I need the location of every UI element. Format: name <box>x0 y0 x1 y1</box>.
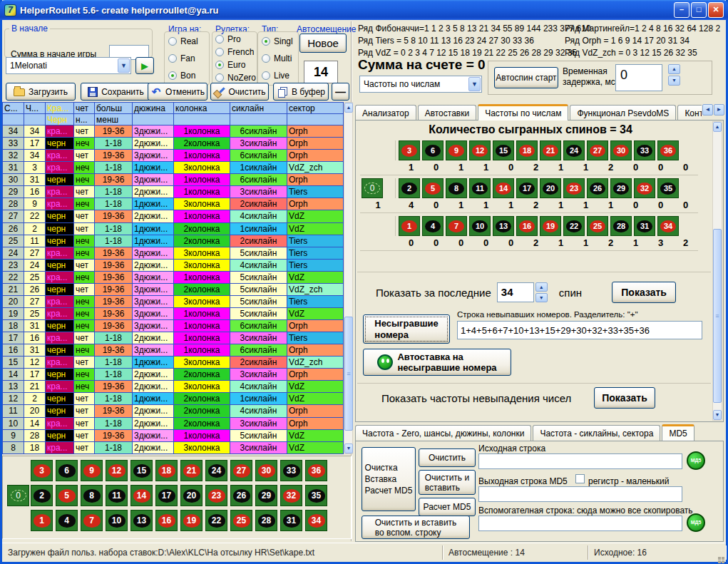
board-cell-34[interactable]: 34 <box>305 510 327 531</box>
md5-aux-input[interactable] <box>478 516 682 531</box>
scroll-down-icon[interactable]: ▼ <box>713 410 722 420</box>
board-cell-16[interactable]: 16 <box>155 510 178 531</box>
board-cell-32[interactable]: 32 <box>280 485 302 506</box>
radio-fan[interactable]: Fan <box>168 53 205 63</box>
board-cell-8[interactable]: 8 <box>81 485 103 506</box>
frequencies-scrollbar[interactable]: ▲ ≡ ▼ <box>712 121 722 421</box>
tabs-scroll-left-icon[interactable]: ◄ <box>702 104 713 116</box>
tab-0[interactable]: Анализатор <box>355 105 416 121</box>
md5-big-button[interactable]: Очистка Вставка Расчет MD5 <box>362 447 416 511</box>
tabs-scroll-right-icon[interactable]: ► <box>714 104 724 116</box>
save-button[interactable]: Сохранить <box>81 83 150 101</box>
resize-grip[interactable] <box>722 557 724 560</box>
radio-pro[interactable]: Pro <box>215 34 254 44</box>
delay-up-icon[interactable]: ▲ <box>668 64 680 74</box>
show-last-value[interactable]: 34 <box>497 282 534 302</box>
radio-euro[interactable]: Euro <box>215 60 254 70</box>
unplayed-numbers-input[interactable] <box>457 321 702 339</box>
chevron-down-icon[interactable]: ▼ <box>118 58 130 73</box>
md5-clear-paste-button[interactable]: Очистить и вставить <box>419 470 476 495</box>
board-cell-11[interactable]: 11 <box>106 485 128 506</box>
radio-live[interactable]: Live <box>262 71 294 81</box>
board-cell-26[interactable]: 26 <box>230 485 252 506</box>
scroll-up-icon[interactable]: ▲ <box>344 103 353 113</box>
board-cell-2[interactable]: 2 <box>31 485 53 506</box>
board-cell-35[interactable]: 35 <box>305 485 327 506</box>
delay-value[interactable]: 0 <box>615 64 662 91</box>
autoshift-new-button[interactable]: Новое <box>299 34 347 53</box>
spins-down-icon[interactable]: ▼ <box>535 293 548 302</box>
board-cell-15[interactable]: 15 <box>130 460 153 481</box>
tab-3[interactable]: Функционал PsevdoMS <box>570 105 676 121</box>
board-cell-25[interactable]: 25 <box>230 510 252 531</box>
register-checkbox[interactable] <box>575 474 585 483</box>
radio-french[interactable]: French <box>215 47 254 57</box>
md5-clear-paste-aux-button[interactable]: Очистить и вставить во вспом. строку <box>362 516 470 539</box>
spins-up-icon[interactable]: ▲ <box>535 282 548 292</box>
board-cell-12[interactable]: 12 <box>106 460 128 481</box>
board-cell-3[interactable]: 3 <box>31 460 53 481</box>
scrollbar-thumb[interactable]: ≡ <box>713 229 722 403</box>
board-cell-10[interactable]: 10 <box>106 510 128 531</box>
maximize-button[interactable]: □ <box>691 2 707 18</box>
md5-clear-button[interactable]: Очистить <box>419 448 476 467</box>
radio-singl[interactable]: Singl <box>262 36 294 46</box>
board-cell-33[interactable]: 33 <box>280 460 302 481</box>
board-cell-6[interactable]: 6 <box>56 460 78 481</box>
autobet-unplayed-button[interactable]: Автоставка на несыгравшие номера <box>363 349 511 376</box>
board-cell-22[interactable]: 22 <box>205 510 227 531</box>
board-cell-9[interactable]: 9 <box>81 460 103 481</box>
bottom-tab-2[interactable]: MD5 <box>662 424 694 441</box>
tab-1[interactable]: Автоставки <box>418 105 477 121</box>
md5-run-aux-icon[interactable]: МД5 <box>687 513 705 532</box>
mode-combo[interactable]: Частоты по числам ▼ <box>359 76 482 93</box>
undo-button[interactable]: ↶Отменить <box>148 83 207 101</box>
minimize-button[interactable]: – <box>674 2 689 18</box>
radio-multi[interactable]: Multi <box>262 53 294 63</box>
board-cell-30[interactable]: 30 <box>255 460 277 481</box>
load-button[interactable]: Загрузить <box>6 83 76 101</box>
md5-out-input[interactable] <box>478 486 682 502</box>
board-cell-19[interactable]: 19 <box>180 510 202 531</box>
run-preset-button[interactable]: ▶ <box>135 57 154 74</box>
board-cell-17[interactable]: 17 <box>155 485 178 506</box>
board-cell-7[interactable]: 7 <box>81 510 103 531</box>
radio-real[interactable]: Real <box>168 36 205 46</box>
show-last-button[interactable]: Показать <box>612 282 676 303</box>
unplayed-numbers-button[interactable]: Несыгравшие номера <box>363 314 450 344</box>
board-cell-14[interactable]: 14 <box>130 485 153 506</box>
board-cell-5[interactable]: 5 <box>56 485 78 506</box>
radio-nozero[interactable]: NoZero <box>215 73 254 83</box>
board-cell-4[interactable]: 4 <box>56 510 78 531</box>
close-button[interactable]: ✕ <box>708 2 724 18</box>
board-cell-28[interactable]: 28 <box>255 510 277 531</box>
board-cell-0[interactable]: 0 <box>7 485 29 506</box>
board-cell-31[interactable]: 31 <box>280 510 302 531</box>
delay-down-icon[interactable]: ▼ <box>668 76 680 86</box>
md5-source-input[interactable] <box>478 453 682 469</box>
board-cell-13[interactable]: 13 <box>130 510 153 531</box>
board-cell-27[interactable]: 27 <box>230 460 252 481</box>
show-missing-button[interactable]: Показать <box>594 387 655 409</box>
collapse-button[interactable]: — <box>332 83 349 101</box>
board-cell-23[interactable]: 23 <box>205 485 227 506</box>
to-buffer-button[interactable]: В буфер <box>273 83 329 101</box>
board-cell-29[interactable]: 29 <box>255 485 277 506</box>
board-cell-1[interactable]: 1 <box>31 510 53 531</box>
scroll-up-icon[interactable]: ▲ <box>713 122 722 132</box>
tab-2[interactable]: Частоты по числам <box>478 104 568 121</box>
autospin-start-button[interactable]: Автоспин старт <box>494 67 558 88</box>
radio-bon[interactable]: Bon <box>168 71 205 81</box>
board-cell-20[interactable]: 20 <box>180 485 202 506</box>
bottom-tab-0[interactable]: Частота - Zero, шансы, дюжины, колонки <box>355 425 531 441</box>
preset-combo[interactable]: 1Melonati ▼ <box>6 57 131 74</box>
chevron-down-icon[interactable]: ▼ <box>468 77 481 91</box>
md5-run-icon[interactable]: МД5 <box>687 451 705 470</box>
board-cell-24[interactable]: 24 <box>205 460 227 481</box>
tab-4[interactable]: Контроль банкро <box>677 105 702 121</box>
scrollbar-thumb[interactable]: ≡ <box>344 317 353 431</box>
clear-button[interactable]: Очистить <box>210 83 269 101</box>
history-table-scrollbar[interactable]: ▲ ≡ ▼ <box>344 102 353 454</box>
bottom-tab-1[interactable]: Частота - сиклайны, сектора <box>533 425 660 441</box>
board-cell-21[interactable]: 21 <box>180 460 202 481</box>
